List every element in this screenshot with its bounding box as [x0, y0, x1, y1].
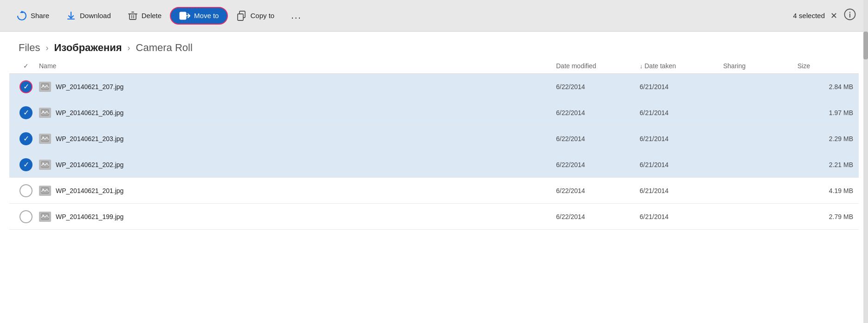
copy-to-icon: [236, 11, 246, 21]
checkall-icon: ✓: [23, 62, 29, 70]
file-name-5: WP_20140621_199.jpg: [56, 213, 123, 220]
more-label: ...: [291, 10, 302, 21]
svg-point-13: [43, 137, 44, 138]
breadcrumb-root[interactable]: Files: [19, 42, 40, 54]
svg-point-17: [43, 189, 44, 190]
move-to-label: Move to: [194, 12, 219, 19]
download-button[interactable]: Download: [58, 7, 119, 25]
delete-label: Delete: [142, 12, 162, 19]
date-modified-1: 6/22/2014: [556, 109, 640, 116]
close-selection-button[interactable]: ✕: [828, 9, 840, 23]
file-name-cell-0: WP_20140621_207.jpg: [39, 82, 556, 92]
size-2: 2.29 MB: [797, 135, 853, 142]
breadcrumb-subfolder[interactable]: Camera Roll: [136, 42, 193, 54]
move-to-icon: [179, 11, 190, 20]
delete-button[interactable]: Delete: [119, 7, 170, 25]
file-name-cell-4: WP_20140621_201.jpg: [39, 186, 556, 196]
date-taken-2: 6/21/2014: [640, 135, 723, 142]
scrollbar-thumb[interactable]: [863, 32, 868, 59]
breadcrumb: Files › Изображения › Camera Roll: [0, 32, 868, 58]
selected-count: 4 selected: [793, 12, 825, 19]
check-circle-4[interactable]: [19, 184, 32, 197]
row-check-0[interactable]: ✓: [13, 80, 39, 93]
file-name-cell-2: WP_20140621_203.jpg: [39, 134, 556, 144]
table-row[interactable]: ✓WP_20140621_206.jpg6/22/20146/21/20141.…: [9, 100, 859, 126]
selected-count-label: 4 selected: [793, 12, 825, 19]
table-row[interactable]: WP_20140621_201.jpg6/22/20146/21/20144.1…: [9, 178, 859, 204]
col-header-name[interactable]: Name: [39, 62, 556, 70]
svg-point-11: [43, 111, 44, 112]
row-check-4[interactable]: [13, 184, 39, 197]
file-name-4: WP_20140621_201.jpg: [56, 187, 123, 194]
file-name-1: WP_20140621_206.jpg: [56, 109, 123, 116]
svg-rect-5: [238, 14, 243, 20]
col-header-size[interactable]: Size: [797, 62, 853, 70]
table-row[interactable]: ✓WP_20140621_202.jpg6/22/20146/21/20142.…: [9, 152, 859, 178]
list-header: ✓ Name Date modified ↓ Date taken Sharin…: [9, 58, 859, 74]
file-rows: ✓WP_20140621_207.jpg6/22/20146/21/20142.…: [9, 74, 859, 230]
col-header-date-taken[interactable]: ↓ Date taken: [640, 62, 723, 70]
file-list: ✓ Name Date modified ↓ Date taken Sharin…: [0, 58, 868, 230]
info-icon: [844, 11, 856, 23]
breadcrumb-folder[interactable]: Изображения: [54, 42, 122, 54]
check-circle-5[interactable]: [19, 210, 32, 223]
check-circle-1[interactable]: ✓: [19, 106, 32, 119]
table-row[interactable]: ✓WP_20140621_207.jpg6/22/20146/21/20142.…: [9, 74, 859, 100]
file-thumbnail-icon-0: [39, 82, 51, 92]
scrollbar[interactable]: [863, 0, 868, 230]
file-thumbnail-icon-1: [39, 108, 51, 118]
col-header-date-modified[interactable]: Date modified: [556, 62, 640, 70]
delete-icon: [128, 11, 138, 21]
date-modified-2: 6/22/2014: [556, 135, 640, 142]
row-check-2[interactable]: ✓: [13, 132, 39, 145]
size-4: 4.19 MB: [797, 187, 853, 194]
col-header-check[interactable]: ✓: [13, 62, 39, 70]
svg-point-15: [43, 163, 44, 164]
file-name-cell-5: WP_20140621_199.jpg: [39, 212, 556, 222]
date-modified-3: 6/22/2014: [556, 161, 640, 168]
date-taken-3: 6/21/2014: [640, 161, 723, 168]
svg-rect-1: [130, 14, 136, 19]
table-row[interactable]: WP_20140621_199.jpg6/22/20146/21/20142.7…: [9, 204, 859, 230]
date-modified-0: 6/22/2014: [556, 83, 640, 90]
breadcrumb-sep-2: ›: [128, 43, 130, 53]
more-button[interactable]: ...: [283, 6, 310, 25]
date-modified-4: 6/22/2014: [556, 187, 640, 194]
share-button[interactable]: Share: [8, 7, 58, 25]
date-taken-1: 6/21/2014: [640, 109, 723, 116]
date-taken-4: 6/21/2014: [640, 187, 723, 194]
info-button[interactable]: [840, 6, 860, 25]
row-check-1[interactable]: ✓: [13, 106, 39, 119]
move-to-button[interactable]: Move to: [170, 7, 228, 25]
breadcrumb-sep-1: ›: [45, 43, 48, 53]
check-circle-0[interactable]: ✓: [19, 80, 32, 93]
row-check-5[interactable]: [13, 210, 39, 223]
download-label: Download: [80, 12, 111, 19]
copy-to-label: Copy to: [250, 12, 274, 19]
date-taken-5: 6/21/2014: [640, 213, 723, 220]
file-thumbnail-icon-3: [39, 160, 51, 170]
date-modified-5: 6/22/2014: [556, 213, 640, 220]
size-3: 2.21 MB: [797, 161, 853, 168]
col-header-sharing[interactable]: Sharing: [723, 62, 797, 70]
date-taken-0: 6/21/2014: [640, 83, 723, 90]
sort-arrow-icon: ↓: [640, 63, 643, 70]
svg-point-9: [43, 85, 44, 86]
table-row[interactable]: ✓WP_20140621_203.jpg6/22/20146/21/20142.…: [9, 126, 859, 152]
check-circle-2[interactable]: ✓: [19, 132, 32, 145]
share-label: Share: [31, 12, 49, 19]
file-name-3: WP_20140621_202.jpg: [56, 161, 123, 168]
file-name-cell-3: WP_20140621_202.jpg: [39, 160, 556, 170]
copy-to-button[interactable]: Copy to: [228, 7, 283, 25]
file-thumbnail-icon-5: [39, 212, 51, 222]
download-icon: [66, 11, 76, 21]
svg-point-7: [849, 12, 850, 13]
file-thumbnail-icon-4: [39, 186, 51, 196]
row-check-3[interactable]: ✓: [13, 158, 39, 171]
share-icon: [17, 11, 27, 21]
size-1: 1.97 MB: [797, 109, 853, 116]
check-circle-3[interactable]: ✓: [19, 158, 32, 171]
size-0: 2.84 MB: [797, 83, 853, 90]
file-thumbnail-icon-2: [39, 134, 51, 144]
size-5: 2.79 MB: [797, 213, 853, 220]
